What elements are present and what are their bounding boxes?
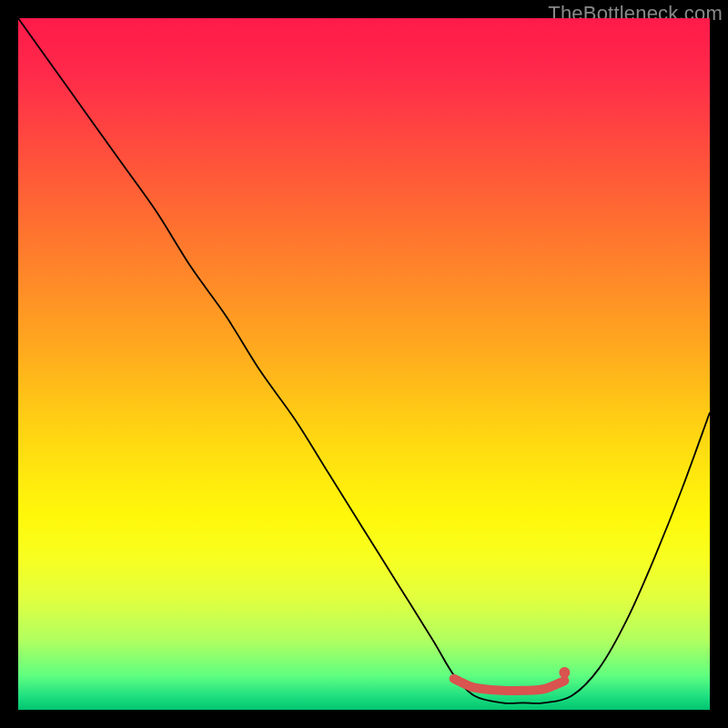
marker-dot [559, 667, 570, 678]
chart-container: TheBottleneck.com [0, 0, 728, 728]
bottleneck-curve [18, 18, 710, 703]
marker-segment [454, 679, 565, 691]
curve-svg [18, 18, 710, 710]
